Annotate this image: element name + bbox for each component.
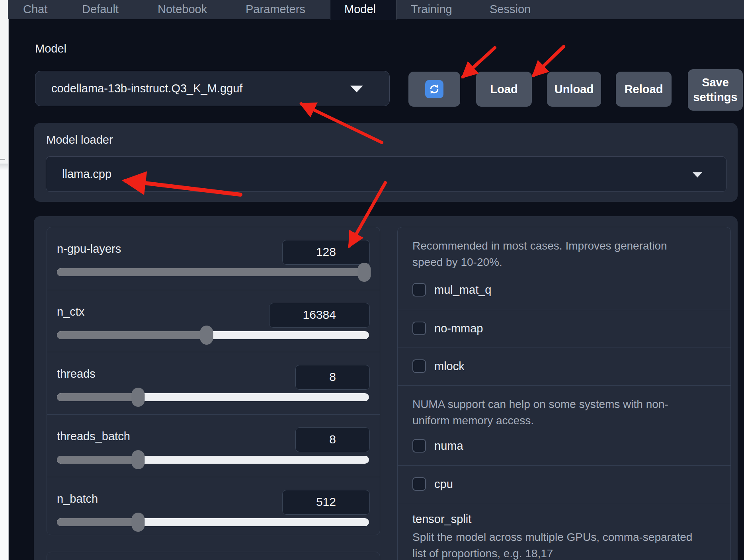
slider-row-threads_batch: threads_batch 8	[47, 414, 380, 477]
checkbox-row-numa[interactable]: numa	[412, 439, 716, 453]
model-loader-label: Model loader	[46, 133, 113, 146]
numa-info-text: NUMA support can help on some systems wi…	[412, 386, 716, 429]
slider-label: n-gpu-layers	[57, 242, 121, 256]
checkbox-row-mlock[interactable]: mlock	[412, 359, 716, 373]
checkbox-row-mul_mat_q[interactable]: mul_mat_q	[412, 283, 716, 297]
background-window-strip	[0, 0, 8, 560]
no-mmap-label: no-mmap	[434, 322, 483, 335]
slider-value-input[interactable]: 8	[295, 365, 370, 390]
tab-parameters[interactable]: Parameters	[246, 0, 305, 19]
load-button[interactable]: Load	[476, 72, 532, 107]
slider-row-n-gpu-layers: n-gpu-layers 128	[47, 227, 380, 290]
checkbox-row-cpu[interactable]: cpu	[412, 477, 716, 491]
mul_mat_q-label: mul_mat_q	[434, 283, 491, 297]
option-section-no-mmap: no-mmap	[398, 310, 730, 347]
no-mmap-checkbox[interactable]	[412, 322, 426, 335]
save-settings-button[interactable]: Save settings	[688, 69, 743, 111]
model-section-title: Model	[35, 42, 66, 55]
sliders-group: n-gpu-layers 128 n_ctx 16384 threads 8	[47, 227, 380, 535]
slider-value-input[interactable]: 128	[282, 240, 370, 265]
app-root: Chat Default Notebook Parameters Model T…	[0, 0, 744, 560]
cpu-label: cpu	[434, 478, 453, 491]
numa-label: numa	[434, 439, 463, 453]
model-loader-dropdown[interactable]: llama.cpp	[46, 156, 726, 192]
slider-fill	[57, 456, 138, 464]
slider-fill	[57, 518, 138, 526]
slider-track[interactable]	[57, 393, 369, 401]
chevron-down-icon	[350, 86, 363, 92]
next-sliders-group-partial	[47, 552, 380, 560]
slider-value-input[interactable]: 16384	[269, 303, 370, 328]
model-dropdown-value: codellama-13b-instruct.Q3_K_M.gguf	[51, 71, 242, 106]
cpu-checkbox[interactable]	[412, 477, 426, 491]
slider-row-n_ctx: n_ctx 16384	[47, 290, 380, 352]
background-window-divider	[0, 159, 5, 160]
slider-fill	[57, 331, 207, 339]
option-section-cpu: cpu	[398, 465, 730, 503]
tab-training[interactable]: Training	[411, 0, 452, 19]
slider-label: n_batch	[57, 492, 98, 505]
slider-label: threads_batch	[57, 430, 130, 443]
slider-handle[interactable]	[131, 450, 145, 469]
tab-bar: Chat Default Notebook Parameters Model T…	[8, 0, 744, 19]
window-edge	[8, 0, 9, 560]
slider-value-input[interactable]: 512	[282, 490, 370, 515]
background-window-lower	[0, 170, 8, 560]
model-loader-value: llama.cpp	[62, 157, 111, 191]
llamacpp-settings-panel: n-gpu-layers 128 n_ctx 16384 threads 8	[34, 216, 738, 560]
slider-handle[interactable]	[131, 513, 145, 532]
slider-track[interactable]	[57, 268, 369, 276]
mlock-label: mlock	[434, 360, 465, 373]
slider-label: threads	[57, 367, 96, 380]
mul_mat_q-checkbox[interactable]	[412, 283, 426, 297]
option-section-tensor_split: tensor_split Split the model across mult…	[398, 503, 730, 560]
background-window-shadow	[0, 164, 8, 170]
tab-session[interactable]: Session	[490, 0, 531, 19]
slider-handle[interactable]	[358, 263, 371, 282]
option-section-numa: NUMA support can help on some systems wi…	[398, 385, 730, 465]
slider-value-input[interactable]: 8	[295, 427, 370, 452]
options-group: Recommended in most cases. Improves gene…	[397, 227, 731, 560]
slider-fill	[57, 393, 138, 401]
option-section-mul_mat_q: Recommended in most cases. Improves gene…	[398, 227, 730, 310]
slider-handle[interactable]	[200, 326, 213, 345]
tab-notebook[interactable]: Notebook	[158, 0, 207, 19]
model-loader-panel: Model loader llama.cpp	[34, 123, 738, 202]
mul_mat_q-info-text: Recommended in most cases. Improves gene…	[412, 227, 716, 270]
refresh-icon	[425, 80, 443, 98]
tab-chat[interactable]: Chat	[23, 0, 47, 19]
slider-fill	[57, 268, 364, 276]
chevron-down-icon	[693, 172, 702, 178]
slider-track[interactable]	[57, 518, 369, 526]
slider-label: n_ctx	[57, 305, 84, 318]
reload-button[interactable]: Reload	[616, 72, 672, 107]
slider-row-n_batch: n_batch 512	[47, 477, 380, 535]
model-dropdown[interactable]: codellama-13b-instruct.Q3_K_M.gguf	[35, 71, 390, 106]
refresh-models-button[interactable]	[408, 72, 460, 107]
tab-model[interactable]: Model	[344, 0, 376, 19]
slider-row-threads: threads 8	[47, 352, 380, 414]
slider-handle[interactable]	[131, 388, 145, 407]
tab-default[interactable]: Default	[82, 0, 119, 19]
tensor_split-description: Split the model across multiple GPUs, co…	[412, 529, 716, 560]
mlock-checkbox[interactable]	[412, 359, 426, 373]
unload-button[interactable]: Unload	[547, 72, 601, 107]
option-section-mlock: mlock	[398, 347, 730, 385]
checkbox-row-no-mmap[interactable]: no-mmap	[412, 322, 716, 335]
slider-track[interactable]	[57, 456, 369, 464]
slider-track[interactable]	[57, 331, 369, 339]
tensor_split-title: tensor_split	[412, 503, 716, 526]
numa-checkbox[interactable]	[412, 439, 426, 453]
